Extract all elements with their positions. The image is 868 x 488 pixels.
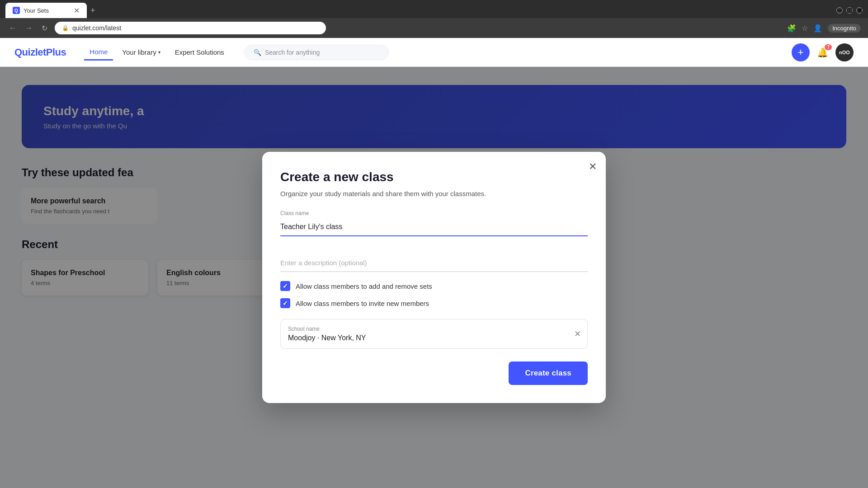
maximize-button[interactable]: □	[846, 7, 853, 14]
school-clear-button[interactable]: ✕	[574, 329, 581, 339]
minimize-button[interactable]: ─	[836, 7, 843, 14]
notifications-button[interactable]: 🔔 7	[817, 47, 828, 58]
main-nav: Home Your library ▾ Expert Solutions	[84, 44, 230, 61]
nav-your-library[interactable]: Your library ▾	[117, 45, 165, 60]
address-input[interactable]: 🔒 quizlet.com/latest	[55, 22, 326, 34]
search-placeholder: Search for anything	[265, 49, 320, 56]
tab-close-button[interactable]: ✕	[74, 6, 80, 15]
new-tab-button[interactable]: +	[90, 6, 95, 15]
app-header: QuizletPlus Home Your library ▾ Expert S…	[0, 38, 868, 67]
extensions-icon[interactable]: 🧩	[787, 24, 796, 33]
create-button[interactable]: +	[792, 43, 810, 61]
tab-favicon: Q	[13, 7, 20, 14]
chevron-down-icon: ▾	[158, 50, 160, 55]
description-input[interactable]	[280, 254, 588, 272]
back-button[interactable]: ←	[7, 22, 18, 34]
forward-button[interactable]: →	[24, 22, 34, 34]
checkbox-label-1: Allow class members to add and remove se…	[296, 282, 432, 290]
modal-footer: Create class	[280, 361, 588, 385]
modal-subtitle: Organize your study materials and share …	[280, 190, 588, 197]
checkbox-item-1: ✓ Allow class members to add and remove …	[280, 281, 588, 291]
checkmark-1: ✓	[283, 282, 288, 290]
class-name-field: Class name	[280, 210, 588, 245]
bookmark-icon[interactable]: ☆	[802, 24, 808, 33]
profile-icon[interactable]: 👤	[813, 24, 822, 33]
logo[interactable]: QuizletPlus	[14, 47, 66, 58]
search-icon: 🔍	[254, 49, 261, 56]
notification-badge: 7	[825, 44, 832, 50]
modal-title: Create a new class	[280, 170, 588, 184]
checkbox-2[interactable]: ✓	[280, 298, 290, 308]
checkbox-1[interactable]: ✓	[280, 281, 290, 291]
address-bar: ← → ↻ 🔒 quizlet.com/latest 🧩 ☆ 👤 Incogni…	[0, 18, 868, 38]
checkbox-label-2: Allow class members to invite new member…	[296, 300, 429, 307]
description-field	[280, 254, 588, 272]
modal-close-button[interactable]: ✕	[589, 161, 597, 173]
address-right-controls: 🧩 ☆ 👤 Incognito	[787, 24, 861, 33]
search-bar[interactable]: 🔍 Search for anything	[244, 45, 389, 60]
school-name-field: School name Moodjoy · New York, NY ✕	[280, 319, 588, 349]
refresh-button[interactable]: ↻	[40, 22, 49, 34]
header-right: + 🔔 7 nOO	[792, 43, 854, 61]
browser-tab[interactable]: Q Your Sets ✕	[5, 3, 87, 18]
tab-title: Your Sets	[24, 7, 49, 14]
close-button[interactable]: ✕	[856, 7, 863, 14]
create-class-button[interactable]: Create class	[509, 361, 588, 385]
school-name-value: Moodjoy · New York, NY	[288, 334, 580, 342]
create-class-modal: ✕ Create a new class Organize your study…	[262, 152, 606, 403]
lock-icon: 🔒	[62, 25, 69, 31]
nav-home[interactable]: Home	[84, 44, 113, 61]
avatar[interactable]: nOO	[835, 43, 854, 61]
checkmark-2: ✓	[283, 300, 288, 307]
url-display: quizlet.com/latest	[72, 24, 121, 32]
class-name-input[interactable]	[280, 218, 588, 236]
checkbox-item-2: ✓ Allow class members to invite new memb…	[280, 298, 588, 308]
school-name-label: School name	[288, 326, 580, 332]
window-controls: ─ □ ✕	[836, 7, 863, 14]
checkbox-group: ✓ Allow class members to add and remove …	[280, 281, 588, 308]
browser-chrome: Q Your Sets ✕ + ─ □ ✕	[0, 0, 868, 18]
nav-expert-solutions[interactable]: Expert Solutions	[170, 45, 230, 60]
incognito-badge: Incognito	[828, 24, 861, 33]
page-content: Study anytime, a Study on the go with th…	[0, 67, 868, 488]
class-name-label: Class name	[280, 210, 588, 216]
